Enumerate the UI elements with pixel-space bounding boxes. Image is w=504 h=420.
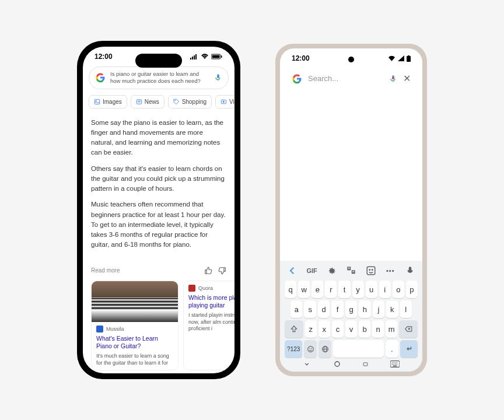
battery-icon (407, 55, 411, 62)
numbers-key[interactable]: ?123 (285, 340, 302, 358)
keyboard: GIF ••• qwertyuiop asdfghjkl zxcvbnm ?12… (280, 261, 422, 372)
svg-point-31 (393, 362, 394, 363)
svg-point-19 (372, 270, 373, 271)
svg-rect-38 (393, 366, 397, 366)
svg-point-37 (397, 364, 397, 365)
search-bar[interactable]: Is piano or guitar easier to learn and h… (89, 66, 229, 89)
search-bar[interactable]: Search... ✕ (286, 68, 416, 89)
signal-icon (398, 55, 404, 61)
nav-down-icon[interactable] (303, 361, 311, 367)
key-r[interactable]: r (325, 281, 337, 298)
signal-icon (190, 54, 198, 60)
card-source-name: Mussila (106, 326, 124, 332)
key-n[interactable]: n (372, 320, 384, 338)
gif-button[interactable]: GIF (307, 265, 317, 276)
svg-rect-14 (407, 56, 411, 62)
key-d[interactable]: d (318, 300, 330, 318)
key-w[interactable]: w (298, 281, 310, 298)
result-card[interactable]: Mussila What's Easier to Learn Piano or … (91, 281, 178, 371)
gear-icon[interactable] (326, 265, 337, 276)
svg-point-32 (395, 362, 396, 363)
android-time: 12:00 (292, 54, 310, 62)
mic-icon[interactable] (405, 265, 415, 276)
more-icon[interactable]: ••• (385, 265, 396, 276)
key-b[interactable]: b (359, 320, 370, 338)
sticker-icon[interactable] (366, 265, 376, 276)
thumbs-up-icon[interactable] (204, 267, 212, 275)
nav-recents-icon[interactable] (363, 360, 368, 368)
answer-content: Some say the piano is easier to learn, a… (83, 111, 235, 263)
news-icon (136, 99, 142, 105)
key-s[interactable]: s (304, 300, 316, 318)
chevron-left-icon[interactable] (287, 265, 298, 276)
thumbs-down-icon[interactable] (218, 267, 226, 275)
key-h[interactable]: h (359, 300, 370, 318)
image-icon (94, 99, 100, 105)
key-i[interactable]: i (379, 281, 391, 298)
key-t[interactable]: t (338, 281, 350, 298)
key-v[interactable]: v (345, 320, 357, 338)
period-key[interactable]: . (386, 340, 398, 358)
chip-news[interactable]: News (131, 95, 164, 108)
svg-point-22 (309, 348, 310, 349)
google-logo-icon (292, 74, 302, 84)
svg-rect-15 (408, 55, 410, 57)
svg-point-27 (335, 362, 340, 366)
search-query-text: Is piano or guitar easier to learn and h… (110, 71, 209, 85)
card-thumbnail (92, 281, 178, 322)
wifi-icon (388, 55, 396, 61)
globe-key[interactable] (318, 340, 331, 358)
svg-point-12 (175, 100, 176, 100)
svg-rect-1 (192, 57, 193, 60)
mic-icon[interactable] (389, 75, 397, 83)
camera-cutout (348, 57, 354, 62)
svg-point-30 (392, 362, 393, 363)
chip-shopping[interactable]: Shopping (168, 95, 212, 108)
close-icon[interactable]: ✕ (403, 73, 411, 84)
read-more-link[interactable]: Read more (91, 267, 120, 274)
battery-icon (211, 54, 223, 60)
chip-videos[interactable]: Vide (215, 95, 235, 108)
result-cards: Mussila What's Easier to Learn Piano or … (83, 281, 235, 371)
source-favicon (96, 326, 103, 332)
key-q[interactable]: q (285, 281, 296, 298)
enter-key[interactable] (400, 340, 418, 358)
shift-key[interactable] (285, 320, 303, 338)
key-p[interactable]: p (406, 281, 418, 298)
nav-home-icon[interactable] (333, 360, 341, 368)
key-o[interactable]: o (393, 281, 404, 298)
source-favicon (188, 285, 195, 292)
card-title: Which is more playing piano playing guit… (184, 293, 235, 312)
translate-icon[interactable] (346, 265, 356, 276)
key-x[interactable]: x (318, 320, 330, 338)
key-k[interactable]: k (386, 300, 398, 318)
key-a[interactable]: a (290, 300, 302, 318)
mic-icon[interactable] (214, 74, 222, 82)
key-m[interactable]: m (386, 320, 397, 338)
key-j[interactable]: j (373, 300, 384, 318)
key-u[interactable]: u (366, 281, 377, 298)
key-e[interactable]: e (312, 281, 323, 298)
spacebar-key[interactable] (333, 340, 384, 358)
svg-rect-28 (364, 363, 368, 366)
key-g[interactable]: g (345, 300, 357, 318)
key-f[interactable]: f (331, 300, 343, 318)
key-z[interactable]: z (305, 320, 317, 338)
svg-point-18 (369, 270, 370, 271)
search-placeholder: Search... (308, 74, 383, 83)
key-y[interactable]: y (352, 281, 364, 298)
emoji-key[interactable] (304, 340, 317, 358)
backspace-key[interactable] (399, 320, 418, 338)
card-snippet: I started playin instruments th now, aft… (184, 312, 235, 336)
keyboard-switch-icon[interactable] (390, 360, 400, 368)
svg-point-34 (392, 364, 393, 365)
chip-images[interactable]: Images (89, 95, 127, 108)
dynamic-island (135, 54, 182, 68)
key-l[interactable]: l (400, 300, 412, 318)
result-card[interactable]: Quora Which is more playing piano playin… (183, 281, 235, 371)
svg-point-21 (307, 346, 313, 352)
svg-point-8 (96, 100, 96, 101)
key-c[interactable]: c (332, 320, 344, 338)
ios-time: 12:00 (94, 52, 113, 61)
svg-rect-17 (367, 267, 375, 275)
